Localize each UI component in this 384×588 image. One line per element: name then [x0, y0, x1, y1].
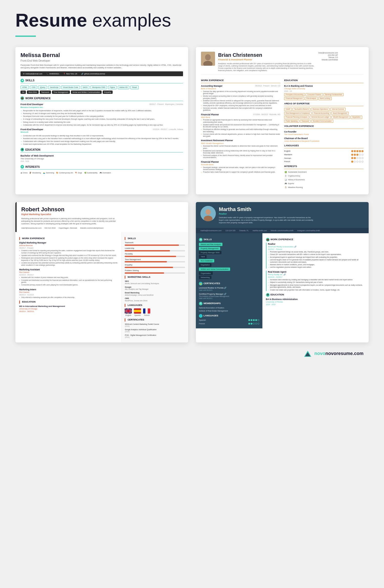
- interest-swimming: 🏊 Swimming: [43, 172, 54, 174]
- brian-j4b1: Developed strategic, seasonal and annual…: [201, 167, 280, 171]
- rj2-date: 02/2015 - 05/2017: [19, 274, 118, 276]
- rj1b2: Updated and monitored the Bid Strategy i…: [19, 254, 118, 257]
- dot4: [359, 157, 361, 159]
- skill-sass: SASS: [81, 85, 89, 89]
- martha-skills-list: Market and Risk Analysis Property Manage…: [199, 243, 259, 280]
- martha-edu-degree: BA in Business Administration: [266, 298, 365, 301]
- skill-workethic: Work Ethic: [27, 91, 39, 94]
- cert2-name: Google Analytics Individual Qualificatio…: [125, 328, 185, 331]
- brian-left-col: WORK EXPERIENCE 09/2013 - Present · Denv…: [201, 77, 280, 190]
- membership-1: National Association of Realtors: [199, 307, 259, 309]
- mj1b3: Accompanied buyers to apartment viewings…: [268, 256, 365, 258]
- brian-interests-title: INTERESTS: [284, 165, 364, 169]
- robert-edu-degree: MS in International Marketing and Manage…: [19, 305, 118, 308]
- martha-skill-3: Property Manager 5000: [199, 251, 259, 255]
- rj3-company: Riot Games: [19, 291, 118, 294]
- melissa-name: Melissa Bernal: [20, 52, 183, 59]
- martha-linkedin: linkedin.com/in/martha.smith: [271, 229, 294, 232]
- mj1-bullets: Promoted apartment listings via social m…: [268, 251, 365, 269]
- edu-section-title: 🎓 EDUCATION: [20, 148, 183, 152]
- mcert1-date: Valid until 06/2021: [199, 289, 259, 291]
- mj1b1: Promoted apartment listings via social m…: [268, 251, 365, 253]
- interest-sustainable: 💹 Sustainable Investment: [284, 171, 364, 174]
- resume-card-robert: Robert Johnson Digital Marketing Special…: [15, 202, 188, 342]
- skill-adobexd: Adobe XD: [118, 85, 130, 89]
- mcert2-name: Certified Property Manager 🔗: [199, 293, 259, 295]
- edu-circle-icon: 🎓: [266, 293, 270, 297]
- rj1-bullets: Created a new format for reporting and p…: [19, 250, 118, 266]
- brian-job1-bullets: Oversee the daily operations of the acco…: [201, 91, 280, 112]
- brian-edu-dates: 2010 - 13: [284, 90, 364, 92]
- brian-job4-bullets: Developed strategic, seasonal and annual…: [201, 167, 280, 173]
- job1-date: 06/2017 - Present · Washington, Colombia: [149, 103, 183, 105]
- mj1-title: Realtor: [268, 243, 365, 246]
- job-entry-2: 12/2014 - 05/2017 · Louisville, Indiana …: [20, 128, 183, 145]
- dot5: [361, 161, 364, 163]
- mj1-date: 02/2017 - Present: [268, 248, 365, 250]
- lang-german: German: [284, 157, 364, 160]
- dot1: [351, 161, 353, 163]
- skill-flexibility-fill: [125, 256, 176, 257]
- robert-linkedin: linkedin.com/in/robertjohnson: [80, 227, 103, 229]
- brian-job-4: Financial Planner Rockville Bank Develop…: [201, 161, 280, 173]
- work-section-title: 💼 WORK EXPERIENCE: [20, 96, 183, 101]
- brian-job-2: 07/2008 - 08/2013 · Rockville, MD Financ…: [201, 113, 280, 138]
- martha-edu-school: University of Florida: [266, 301, 365, 303]
- skill-git: Git: [20, 91, 26, 94]
- flag-french: French: [143, 308, 150, 316]
- martha-right-col: 💼 WORK EXPERIENCE Realtor American Realt…: [262, 233, 369, 328]
- rj1-company: Astoria Baumax: [19, 244, 118, 247]
- brian-j1b1: Oversee the daily operations of the acco…: [201, 91, 280, 95]
- mj2-date: 01/2015 - 02/2017: [268, 276, 365, 278]
- membership-2: Institute of Real Estate Management: [199, 310, 259, 312]
- course-6: Bank Lending: [318, 97, 332, 100]
- interest-chess: ♟ Chess: [20, 172, 28, 174]
- lang-english-name: English: [284, 150, 298, 152]
- skill-timemanagement: Time Management: [52, 91, 70, 94]
- robert-cert-title: CERTIFICATES: [125, 318, 185, 321]
- lang-german-dots: [351, 157, 364, 159]
- work-icon: 💼: [20, 96, 24, 100]
- mkt-google-name: Google: [125, 286, 185, 289]
- skill-html: HTML: [20, 85, 29, 89]
- robert-edu-school: University of Chicago: [19, 308, 118, 310]
- interest-icon-1: 💹: [284, 171, 287, 174]
- dot5: [361, 157, 364, 159]
- skill-leadership-fill: [125, 250, 170, 251]
- exp-6: Financial Accounting: [312, 112, 331, 115]
- brian-volunteer-1: Co-Founder The Good Samaritan's Purse: [284, 130, 364, 136]
- dot4: [359, 154, 361, 156]
- svg-rect-11: [125, 310, 132, 312]
- flag-spanish-label: Spanish: [134, 314, 141, 316]
- dot1: [351, 154, 353, 156]
- resume-brian-content: Brian Christensen Financial & Investment…: [196, 47, 369, 194]
- skill-wordpress: Wordpress CMS: [90, 85, 107, 89]
- martha-cert-2: Certified Property Manager 🔗 The Institu…: [199, 293, 259, 300]
- dot3: [356, 150, 358, 152]
- brian-avatar: [201, 52, 215, 66]
- skills-icon: ★: [20, 79, 24, 82]
- skill-time-bg: [125, 261, 185, 262]
- martha-summary: Dedicated realtor with 5+ years of prope…: [219, 216, 316, 224]
- martha-job-2: Real Estate Agent Penny Realty Inc. 🔗 01…: [266, 271, 365, 291]
- brian-j4b2: Proactive tailor-made financial plan to …: [201, 171, 280, 173]
- interest-crypto: ₿ Cryptocurrency: [284, 174, 364, 177]
- martha-skill-1: Market and Risk Analysis: [199, 243, 259, 247]
- interest-art: 🎨 Contemporary Art: [56, 172, 73, 174]
- martha-job-1: Realtor American Realty & Associates 🔗 0…: [266, 243, 365, 269]
- edu-icon: 🎓: [20, 148, 24, 151]
- martha-name-block: Martha Smith Realtor Dedicated realtor w…: [219, 206, 316, 224]
- dot4: [359, 150, 361, 152]
- martha-instagram: instagram.com/martha.smith: [297, 229, 320, 232]
- exp-14: Excellent Communication: [311, 120, 333, 123]
- interests-icon: ♦: [20, 165, 24, 169]
- interest-bouldering: 🧗 Bouldering: [30, 172, 41, 174]
- skill-leadership: Leadership: [125, 247, 185, 251]
- martha-skill-9: Networking: [199, 276, 259, 280]
- martha-two-col: ★ SKILLS Market and Risk Analysis Proper…: [196, 233, 369, 328]
- melissa-summary: Passionate Front-End Web Developer with …: [20, 64, 183, 69]
- memberships-circle-icon: A: [199, 302, 202, 305]
- job2-bullet-2: Assisted and was a key part in the trans…: [20, 137, 183, 140]
- skill-teamwork-label: Teamwork: [125, 241, 185, 244]
- martha-skill-4: Yardi: [199, 255, 259, 259]
